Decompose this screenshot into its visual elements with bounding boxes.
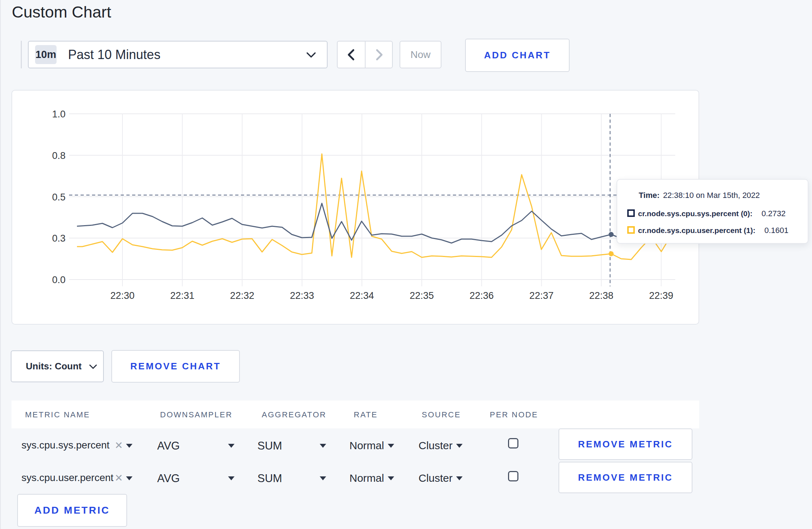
- svg-text:22:36: 22:36: [469, 290, 494, 301]
- svg-text:22:33: 22:33: [290, 290, 314, 301]
- svg-text:22:32: 22:32: [230, 290, 255, 301]
- svg-text:22:37: 22:37: [530, 290, 554, 301]
- svg-text:0.5: 0.5: [52, 192, 66, 203]
- svg-text:22:38: 22:38: [589, 290, 614, 301]
- svg-text:22:31: 22:31: [170, 290, 194, 301]
- svg-text:1.0: 1.0: [52, 109, 66, 120]
- svg-text:22:34: 22:34: [350, 290, 374, 301]
- svg-text:0.3: 0.3: [52, 233, 66, 244]
- svg-text:22:35: 22:35: [410, 290, 434, 301]
- svg-text:0.8: 0.8: [52, 150, 66, 161]
- svg-text:22:39: 22:39: [649, 290, 673, 301]
- svg-text:0.0: 0.0: [52, 275, 66, 285]
- svg-text:22:30: 22:30: [110, 290, 135, 301]
